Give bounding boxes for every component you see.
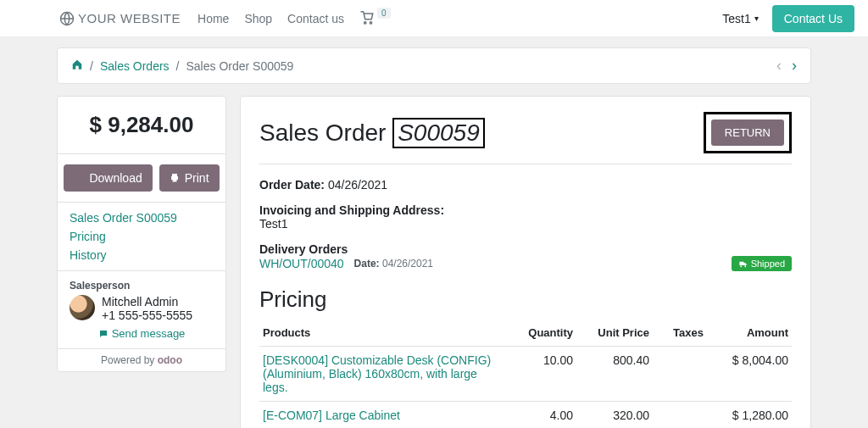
title-prefix: Sales Order xyxy=(259,120,386,146)
powered-by-text: Powered by xyxy=(101,354,154,366)
download-button[interactable]: Download xyxy=(64,164,152,192)
col-amount: Amount xyxy=(707,320,792,347)
contact-us-button[interactable]: Contact Us xyxy=(772,5,854,32)
cell-qty: 4.00 xyxy=(509,402,576,429)
avatar xyxy=(70,295,95,320)
breadcrumb-sep: / xyxy=(176,59,180,73)
cell-qty: 10.00 xyxy=(509,347,576,402)
breadcrumb: / Sales Orders / Sales Order S00059 xyxy=(71,58,776,73)
salesperson-label: Salesperson xyxy=(70,280,214,292)
download-icon xyxy=(74,173,84,183)
nav-home[interactable]: Home xyxy=(198,12,229,25)
table-row: [DESK0004] Customizable Desk (CONFIG) (A… xyxy=(259,347,792,402)
col-qty: Quantity xyxy=(509,320,576,347)
cell-amount: $ 8,004.00 xyxy=(707,347,792,402)
powered-by: Powered by odoo xyxy=(58,348,225,371)
cell-unit: 320.00 xyxy=(576,402,653,429)
user-name: Test1 xyxy=(722,12,750,25)
delivery-date-value: 04/26/2021 xyxy=(382,258,433,270)
nav-shop[interactable]: Shop xyxy=(244,12,272,25)
salesperson-phone: +1 555-555-5555 xyxy=(102,308,192,322)
chat-icon xyxy=(98,329,108,339)
cell-taxes xyxy=(653,402,707,429)
product-link[interactable]: [DESK0004] Customizable Desk (CONFIG) (A… xyxy=(263,353,491,394)
order-date-value: 04/26/2021 xyxy=(328,178,387,192)
odoo-logo: odoo xyxy=(158,354,182,366)
table-row: [E-COM07] Large Cabinet 4.00 320.00 $ 1,… xyxy=(259,402,792,429)
delivery-label: Delivery Orders xyxy=(259,242,348,256)
print-button[interactable]: Print xyxy=(159,164,220,192)
cell-amount: $ 1,280.00 xyxy=(707,402,792,429)
cart-count-badge: 0 xyxy=(377,8,391,19)
pricing-table: Products Quantity Unit Price Taxes Amoun… xyxy=(259,320,792,428)
col-taxes: Taxes xyxy=(653,320,707,347)
print-icon xyxy=(170,173,180,183)
delivery-date-label: Date: xyxy=(354,258,380,270)
download-label: Download xyxy=(89,171,142,185)
shipped-text: Shipped xyxy=(751,258,785,269)
brand-logo[interactable]: YOUR WEBSITE xyxy=(59,11,181,26)
pricing-heading: Pricing xyxy=(259,286,792,313)
pager-prev[interactable]: ‹ xyxy=(776,57,782,75)
pager: ‹ › xyxy=(776,57,797,75)
breadcrumb-bar: / Sales Orders / Sales Order S00059 ‹ › xyxy=(57,47,811,84)
nav-links: Home Shop Contact us xyxy=(198,12,344,25)
send-message-label: Send message xyxy=(112,327,186,340)
delivery-order-link[interactable]: WH/OUT/00040 xyxy=(259,257,344,270)
main-panel: Sales Order S00059 RETURN Order Date: 04… xyxy=(240,96,811,428)
user-menu[interactable]: Test1 ▾ xyxy=(722,12,758,25)
navbar: YOUR WEBSITE Home Shop Contact us 0 Test… xyxy=(0,0,868,37)
breadcrumb-sep: / xyxy=(90,59,93,73)
page-title: Sales Order S00059 xyxy=(259,118,485,148)
order-total: $ 9,284.00 xyxy=(58,97,225,153)
send-message-link[interactable]: Send message xyxy=(98,327,186,340)
cell-taxes xyxy=(653,347,707,402)
col-unit: Unit Price xyxy=(576,320,653,347)
pager-next[interactable]: › xyxy=(792,57,797,75)
globe-icon xyxy=(59,11,75,26)
print-label: Print xyxy=(185,171,209,185)
address-value: Test1 xyxy=(259,217,792,231)
breadcrumb-home[interactable] xyxy=(71,58,83,73)
sidebar: $ 9,284.00 Download Print Sales Order S0… xyxy=(57,96,226,372)
title-order-number: S00059 xyxy=(392,118,485,148)
breadcrumb-sales-orders[interactable]: Sales Orders xyxy=(100,59,170,73)
return-highlight: RETURN xyxy=(704,112,792,153)
order-meta: Order Date: 04/26/2021 Invoicing and Shi… xyxy=(259,178,792,271)
product-link[interactable]: [E-COM07] Large Cabinet xyxy=(263,409,400,422)
cart-icon xyxy=(359,11,375,26)
order-date-label: Order Date: xyxy=(259,178,325,192)
return-button[interactable]: RETURN xyxy=(711,120,784,146)
shipped-badge: Shipped xyxy=(732,256,792,271)
sidebar-link-pricing[interactable]: Pricing xyxy=(70,230,214,243)
brand-text: YOUR WEBSITE xyxy=(78,11,181,25)
address-label: Invoicing and Shipping Address: xyxy=(259,203,444,217)
sidebar-link-order[interactable]: Sales Order S00059 xyxy=(70,211,214,225)
breadcrumb-current: Sales Order S00059 xyxy=(186,59,293,73)
col-products: Products xyxy=(259,320,509,347)
cell-unit: 800.40 xyxy=(576,347,653,402)
cart-link[interactable]: 0 xyxy=(359,11,391,26)
truck-icon xyxy=(738,259,748,269)
caret-down-icon: ▾ xyxy=(754,14,759,23)
nav-contact[interactable]: Contact us xyxy=(287,12,344,25)
salesperson-name: Mitchell Admin xyxy=(102,295,192,308)
home-icon xyxy=(71,58,83,70)
sidebar-link-history[interactable]: History xyxy=(70,248,214,262)
